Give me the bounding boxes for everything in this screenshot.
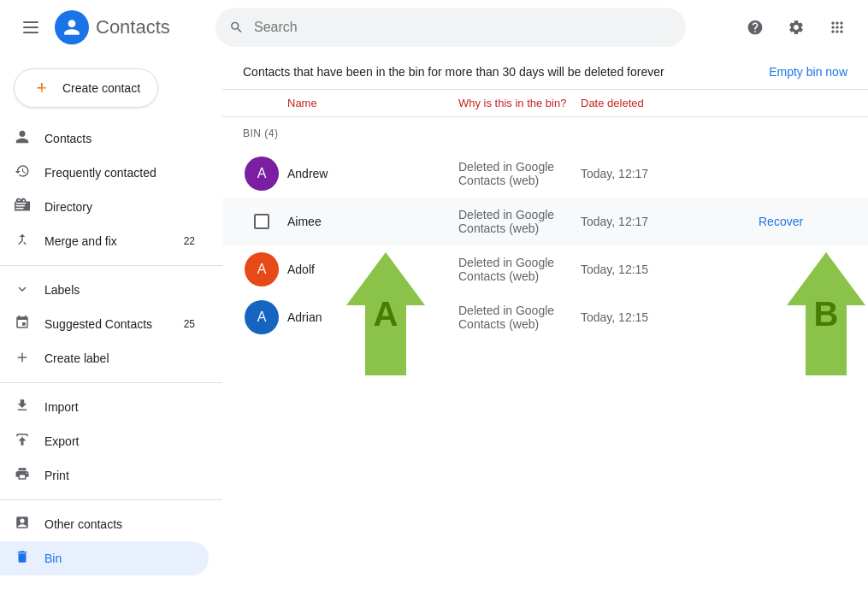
bin-notice: Contacts that have been in the bin for m…: [222, 55, 868, 90]
recover-cell: Recover: [752, 208, 854, 235]
person-icon: [14, 129, 31, 148]
help-button[interactable]: [738, 10, 772, 44]
table-row[interactable]: A Andrew Deleted in Google Contacts (web…: [222, 150, 868, 198]
print-icon: [14, 466, 31, 485]
sidebar-item-contacts[interactable]: Contacts: [0, 121, 209, 156]
history-icon: [14, 163, 31, 182]
other-contacts-label: Other contacts: [44, 517, 195, 531]
sidebar-item-other-contacts[interactable]: Other contacts: [0, 507, 209, 541]
other-contacts-icon: [14, 515, 31, 534]
export-label: Export: [44, 434, 195, 448]
divider-1: [0, 265, 222, 266]
contact-name: Andrew: [287, 167, 458, 180]
merge-badge: 22: [184, 235, 195, 247]
avatar: A: [245, 252, 279, 286]
sidebar-item-merge-fix[interactable]: Merge and fix 22: [0, 224, 209, 258]
divider-2: [0, 382, 222, 383]
main-layout: Create contact Contacts Frequently conta…: [0, 55, 868, 602]
plus-icon: [32, 78, 52, 98]
labels-expand-icon: [14, 281, 31, 299]
search-icon: [229, 20, 244, 35]
avatar-area: A: [236, 156, 287, 191]
col-why-header: Why is this in the bin?: [458, 97, 581, 109]
logo-area: Contacts: [55, 10, 209, 44]
create-label-label: Create label: [44, 351, 195, 365]
sidebar-item-print[interactable]: Print: [0, 458, 209, 493]
sidebar-suggested-label: Suggested Contacts: [44, 317, 170, 331]
import-icon: [14, 398, 31, 416]
hamburger-button[interactable]: [14, 10, 48, 44]
merge-icon: [14, 232, 31, 251]
empty-bin-button[interactable]: Empty bin now: [769, 65, 847, 79]
top-icons: [738, 10, 854, 44]
suggested-badge: 25: [184, 318, 195, 330]
table-header: Name Why is this in the bin? Date delete…: [222, 90, 868, 117]
contact-reason: Deleted in Google Contacts (web): [458, 160, 581, 187]
bin-notice-text: Contacts that have been in the bin for m…: [243, 65, 664, 79]
topbar: Contacts: [0, 0, 868, 55]
apps-button[interactable]: [820, 10, 854, 44]
svg-rect-1: [23, 27, 38, 28]
app-title: Contacts: [96, 16, 170, 38]
bin-label: Bin: [44, 552, 195, 565]
contact-date: Today, 12:17: [581, 215, 752, 228]
create-label-item[interactable]: Create label: [0, 341, 209, 375]
sidebar-item-directory-label: Directory: [44, 200, 195, 214]
col-date-header: Date deleted: [581, 97, 752, 109]
recover-button[interactable]: Recover: [752, 208, 810, 235]
sidebar-item-bin[interactable]: Bin: [0, 541, 209, 575]
avatar-area: A: [236, 300, 287, 334]
table-row[interactable]: A Adolf Deleted in Google Contacts (web)…: [222, 245, 868, 293]
row-checkbox[interactable]: [254, 214, 269, 229]
avatar: A: [245, 156, 279, 191]
settings-button[interactable]: [779, 10, 813, 44]
bin-count: BIN (4): [222, 117, 868, 150]
content-area: Contacts that have been in the bin for m…: [222, 55, 868, 602]
sidebar-item-suggested[interactable]: Suggested Contacts 25: [0, 307, 209, 341]
search-bar[interactable]: [216, 8, 686, 47]
export-icon: [14, 432, 31, 451]
col-name-header: Name: [287, 97, 458, 109]
contact-date: Today, 12:15: [581, 310, 752, 324]
svg-rect-0: [23, 21, 38, 23]
table-row[interactable]: A Adrian Deleted in Google Contacts (web…: [222, 293, 868, 341]
create-contact-label: Create contact: [62, 81, 140, 95]
sidebar-item-import[interactable]: Import: [0, 390, 209, 424]
labels-label: Labels: [44, 283, 195, 297]
sidebar-item-directory[interactable]: Directory: [0, 190, 209, 224]
add-label-icon: [14, 350, 31, 368]
contact-date: Today, 12:17: [581, 167, 752, 180]
sidebar-item-merge-label: Merge and fix: [44, 234, 170, 248]
avatar: A: [245, 300, 279, 334]
sidebar-item-frequently-label: Frequently contacted: [44, 166, 195, 180]
arrow-a: A: [346, 252, 425, 375]
sidebar-item-frequently-contacted[interactable]: Frequently contacted: [0, 156, 209, 190]
divider-3: [0, 499, 222, 500]
contact-reason: Deleted in Google Contacts (web): [458, 304, 581, 331]
labels-section[interactable]: Labels: [0, 273, 209, 307]
suggested-icon: [14, 315, 31, 333]
app-logo: [55, 10, 89, 44]
sidebar-item-export[interactable]: Export: [0, 424, 209, 458]
svg-rect-2: [23, 32, 38, 33]
contact-reason: Deleted in Google Contacts (web): [458, 208, 581, 235]
contact-name: Aimee: [287, 215, 458, 228]
import-label: Import: [44, 400, 195, 414]
print-label: Print: [44, 469, 195, 482]
directory-icon: [14, 198, 31, 216]
contact-reason: Deleted in Google Contacts (web): [458, 256, 581, 283]
checkbox-area[interactable]: [236, 214, 287, 229]
contact-date: Today, 12:15: [581, 263, 752, 276]
sidebar-item-contacts-label: Contacts: [44, 132, 195, 145]
table-row[interactable]: Aimee Deleted in Google Contacts (web) T…: [222, 198, 868, 245]
create-contact-button[interactable]: Create contact: [14, 68, 158, 108]
sidebar: Create contact Contacts Frequently conta…: [0, 55, 222, 602]
search-input[interactable]: [254, 20, 672, 35]
arrow-b: B: [787, 252, 865, 375]
avatar-area: A: [236, 252, 287, 286]
bin-icon: [14, 549, 31, 568]
